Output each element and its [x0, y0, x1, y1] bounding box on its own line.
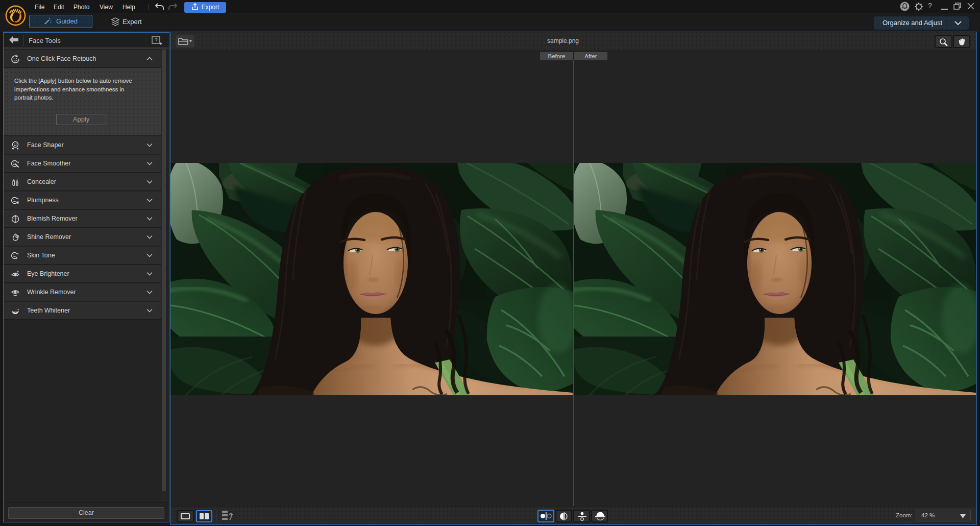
svg-text:?: ? — [155, 38, 158, 43]
